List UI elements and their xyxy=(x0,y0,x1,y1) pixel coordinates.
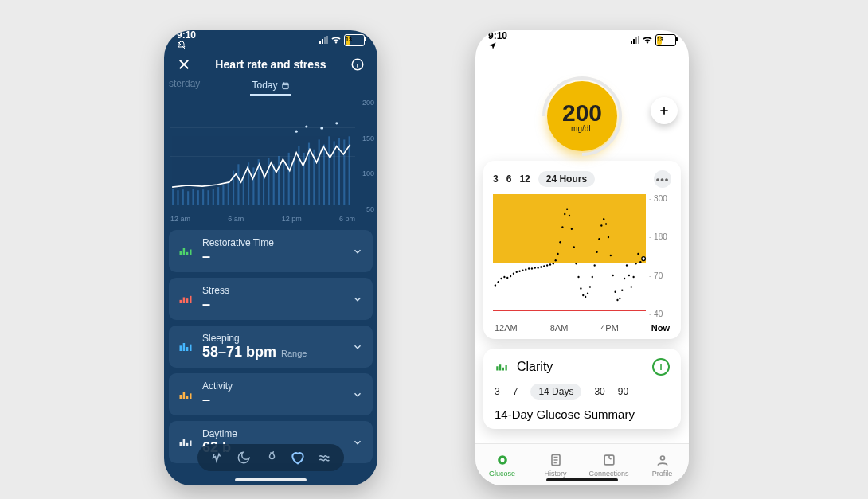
svg-point-110 xyxy=(619,298,620,299)
dock-moon-icon[interactable] xyxy=(236,450,252,466)
svg-point-77 xyxy=(540,266,542,267)
tab-glucose[interactable]: Glucose xyxy=(475,444,529,485)
cseg-7[interactable]: 7 xyxy=(513,386,518,397)
chevron-down-icon xyxy=(350,340,365,354)
chart-plot-area xyxy=(493,194,646,318)
svg-rect-123 xyxy=(502,368,504,371)
seg-24h[interactable]: 24 Hours xyxy=(538,171,595,187)
cseg-3[interactable]: 3 xyxy=(495,386,500,397)
svg-point-129 xyxy=(660,456,664,460)
svg-point-113 xyxy=(626,264,628,266)
svg-rect-8 xyxy=(202,189,204,205)
dock-wave-icon[interactable] xyxy=(317,450,333,466)
svg-point-91 xyxy=(575,263,577,264)
svg-point-70 xyxy=(518,270,520,271)
bars-icon-blue xyxy=(177,338,194,356)
svg-point-69 xyxy=(516,271,518,273)
svg-point-114 xyxy=(628,275,630,276)
add-event-button[interactable] xyxy=(651,97,678,124)
floating-dock xyxy=(197,444,344,471)
tab-today[interactable]: Today xyxy=(250,78,291,96)
connections-tab-icon xyxy=(601,452,617,468)
status-bar: 9:10 13 xyxy=(475,30,689,49)
info-button[interactable] xyxy=(347,54,368,75)
tab-profile[interactable]: Profile xyxy=(635,444,689,485)
chart-y-axis: 200 150 100 50 xyxy=(355,99,374,213)
svg-point-87 xyxy=(566,208,568,209)
svg-point-92 xyxy=(577,276,579,278)
svg-rect-45 xyxy=(190,249,192,255)
svg-point-111 xyxy=(621,289,623,290)
svg-point-118 xyxy=(637,253,639,255)
svg-point-99 xyxy=(594,264,596,266)
svg-rect-61 xyxy=(190,440,192,446)
svg-rect-27 xyxy=(298,146,299,205)
clarity-info-button[interactable]: i xyxy=(652,358,670,376)
chart-y-axis: 300 180 70 40 xyxy=(649,194,671,318)
cell-signal-icon xyxy=(631,36,639,44)
svg-point-65 xyxy=(503,276,505,278)
location-icon xyxy=(488,41,497,50)
chart-plot-area xyxy=(170,99,355,213)
history-tab-icon xyxy=(548,452,564,468)
hr-stress-chart[interactable]: 200 150 100 50 12 am 6 am 12 pm 6 pm xyxy=(164,99,377,224)
svg-point-86 xyxy=(564,213,565,215)
svg-point-39 xyxy=(305,125,307,127)
svg-point-79 xyxy=(546,264,548,266)
svg-point-120 xyxy=(642,257,646,261)
svg-point-94 xyxy=(582,294,584,296)
seg-6h[interactable]: 6 xyxy=(506,171,512,187)
dock-flame-icon[interactable] xyxy=(263,450,279,466)
seg-12h[interactable]: 12 xyxy=(519,171,530,187)
phone-garmin: 9:10 13 Heart rate and stress sterday To… xyxy=(164,30,377,485)
svg-rect-43 xyxy=(183,248,186,255)
range-segmented-control: 3 6 12 24 Hours ••• xyxy=(493,170,671,188)
wifi-icon xyxy=(642,36,653,44)
svg-rect-58 xyxy=(180,442,182,446)
seg-3h[interactable]: 3 xyxy=(493,171,499,187)
clarity-title: Clarity i xyxy=(495,358,670,376)
svg-point-107 xyxy=(612,275,614,276)
dock-heart-icon[interactable] xyxy=(290,450,306,466)
profile-tab-icon xyxy=(655,452,671,468)
svg-point-126 xyxy=(500,458,504,462)
more-button[interactable]: ••• xyxy=(654,170,671,188)
screen-header: Heart rate and stress xyxy=(164,49,377,76)
glucose-unit: mg/dL xyxy=(571,124,593,133)
status-time: 9:10 xyxy=(177,30,196,50)
svg-rect-5 xyxy=(187,191,189,205)
tab-yesterday[interactable]: sterday xyxy=(169,78,200,89)
bars-icon-white xyxy=(177,434,194,451)
svg-point-67 xyxy=(510,275,511,277)
clarity-card: Clarity i 3 7 14 Days 30 90 14-Day Gluco… xyxy=(483,349,681,429)
svg-point-93 xyxy=(580,287,581,289)
clarity-summary-title: 14-Day Glucose Summary xyxy=(495,407,670,421)
card-sleeping[interactable]: Sleeping 58–71 bpmRange xyxy=(169,326,373,368)
cseg-90[interactable]: 90 xyxy=(618,386,628,397)
status-bar: 9:10 13 xyxy=(164,30,377,49)
cseg-30[interactable]: 30 xyxy=(594,386,604,397)
close-button[interactable] xyxy=(174,54,194,75)
svg-rect-52 xyxy=(186,347,189,351)
glucose-gauge[interactable]: 200 mg/dL xyxy=(547,81,617,151)
svg-rect-54 xyxy=(180,395,182,399)
cseg-14[interactable]: 14 Days xyxy=(530,384,581,400)
close-icon xyxy=(177,57,191,72)
svg-point-100 xyxy=(596,251,597,253)
glucose-chart[interactable]: 300 180 70 40 12AM 8AM 4PM Now xyxy=(493,194,671,333)
svg-rect-48 xyxy=(186,298,189,303)
card-stress[interactable]: Stress – xyxy=(169,278,373,320)
svg-point-102 xyxy=(600,224,602,226)
svg-point-88 xyxy=(569,215,570,216)
svg-point-68 xyxy=(513,273,514,275)
home-indicator xyxy=(546,478,618,481)
chevron-down-icon xyxy=(350,244,365,259)
card-activity[interactable]: Activity – xyxy=(169,373,373,415)
dock-activity-icon[interactable] xyxy=(209,450,225,466)
svg-point-96 xyxy=(587,293,588,294)
card-restorative-time[interactable]: Restorative Time – xyxy=(169,230,373,272)
svg-rect-15 xyxy=(237,164,239,205)
svg-rect-53 xyxy=(190,344,192,350)
metric-cards: Restorative Time – Stress – Sleeping 58–… xyxy=(164,230,377,463)
svg-point-89 xyxy=(571,228,573,229)
